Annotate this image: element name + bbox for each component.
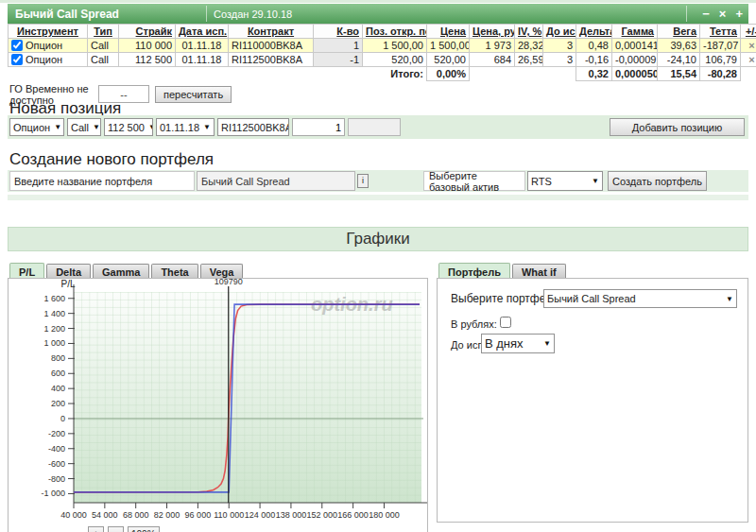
svg-text:-400: -400 [48, 444, 65, 454]
totals-vega: 15,54 [658, 67, 700, 81]
svg-text:68 000: 68 000 [123, 510, 149, 520]
svg-text:400: 400 [51, 384, 65, 393]
col-iv[interactable]: IV, % [515, 25, 543, 39]
base-asset-value: RTS [531, 176, 552, 187]
new-position-qty-input[interactable] [292, 118, 345, 136]
portfolio-name-input[interactable] [197, 171, 355, 191]
svg-text:109790: 109790 [215, 279, 243, 286]
gamma-cell: -0,000091 [612, 53, 658, 67]
type-select[interactable]: Call ▼ [67, 118, 101, 136]
portfolio-select[interactable]: Бычий Call Spread ▼ [543, 289, 737, 308]
minimize-icon[interactable]: − [702, 8, 710, 20]
col-plus-minus: +/- [741, 25, 756, 39]
svg-text:82 000: 82 000 [154, 510, 180, 520]
days-select[interactable]: В днях ▼ [481, 334, 555, 353]
col-price[interactable]: Цена [427, 25, 470, 39]
col-strike[interactable]: Страйк [119, 25, 176, 39]
contract-select[interactable]: RI112500BK8A ▼ [217, 118, 289, 136]
chevron-down-icon: ▼ [93, 123, 100, 131]
price-rub-cell: 1 973 [470, 39, 515, 53]
new-portfolio-strip2 [8, 195, 748, 200]
create-portfolio-button[interactable]: Создать портфель [608, 171, 707, 191]
totals-price-pct: 0,00% [427, 67, 470, 81]
table-row: Опцион Call 112 500 01.11.18 RI112500BK8… [9, 53, 756, 67]
totals-row: Итого: 0,00% 0,32 0,000050 15,54 -80,28 [9, 67, 756, 81]
contract-cell: RI112500BK8A [229, 53, 314, 67]
close-icon[interactable]: × [719, 8, 727, 20]
delta-cell: 0,48 [576, 39, 612, 53]
new-position-row: Опцион ▼ Call ▼ 112 500 ▼ 01.11.18 ▼ RI1… [9, 118, 401, 136]
positions-table: Инструмент Тип Страйк Дата исп. Контракт… [8, 24, 756, 81]
instrument-select[interactable]: Опцион ▼ [9, 118, 64, 136]
row-checkbox[interactable] [11, 40, 23, 51]
svg-text:110 000: 110 000 [214, 510, 244, 520]
col-instrument[interactable]: Инструмент [9, 25, 88, 39]
base-asset-select[interactable]: RTS ▼ [527, 171, 603, 191]
col-price-rub[interactable]: Цена, руб. [470, 25, 515, 39]
svg-text:96 000: 96 000 [185, 510, 212, 520]
gamma-cell: 0,000141 [612, 39, 658, 53]
svg-text:180 000: 180 000 [369, 510, 400, 520]
row-checkbox[interactable] [11, 54, 23, 65]
zoom-in-button[interactable]: + [88, 526, 104, 532]
date-select[interactable]: 01.11.18 ▼ [156, 118, 215, 136]
svg-text:P/L: P/L [60, 279, 75, 289]
iv-cell: 26,59 [515, 53, 543, 67]
exp-date-cell: 01.11.18 [176, 39, 229, 53]
strike-select-value: 112 500 [108, 122, 145, 133]
qty-cell[interactable]: -1 [314, 53, 363, 67]
col-type[interactable]: Тип [88, 25, 119, 39]
header-divider [206, 6, 207, 22]
days-cell: 3 [543, 39, 576, 53]
type-select-value: Call [71, 122, 89, 133]
col-vega[interactable]: Вега [658, 25, 700, 39]
svg-text:166 000: 166 000 [337, 510, 369, 520]
chevron-down-icon: ▼ [203, 123, 211, 131]
new-portfolio-heading: Создание нового портфеля [9, 150, 214, 169]
rub-label: В рублях: [451, 318, 497, 330]
svg-text:-600: -600 [48, 459, 65, 469]
chart-zoom-controls: + − 100% [88, 526, 160, 532]
col-delta[interactable]: Дельта [576, 25, 612, 39]
chevron-down-icon: ▼ [726, 295, 733, 303]
portfolio-panel: Выберите портфель Бычий Call Spread ▼ В … [437, 278, 748, 523]
base-asset-label: Выберите базовый актив [423, 171, 525, 191]
col-qty[interactable]: К-во [314, 25, 363, 39]
select-portfolio-label: Выберите портфель [451, 292, 558, 305]
col-exp-date[interactable]: Дата исп. [176, 25, 229, 39]
col-gamma[interactable]: Гамма [612, 25, 658, 39]
vega-cell: 39,63 [658, 39, 700, 53]
col-contract[interactable]: Контракт [229, 25, 314, 39]
zoom-out-button[interactable]: − [108, 526, 124, 532]
zoom-reset-button[interactable]: 100% [128, 526, 160, 532]
delete-row-icon[interactable]: × [741, 53, 756, 67]
contract-select-value: RI112500BK8A [221, 122, 289, 133]
rub-checkbox[interactable] [500, 317, 511, 328]
col-days[interactable]: До исп. [543, 25, 576, 39]
info-icon[interactable]: i [357, 174, 369, 188]
strike-cell: 112 500 [119, 53, 176, 67]
portfolio-select-value: Бычий Call Spread [547, 293, 636, 304]
svg-text:1 400: 1 400 [43, 309, 65, 318]
theta-cell: 106,79 [700, 53, 741, 67]
svg-text:0: 0 [60, 414, 65, 423]
strike-select[interactable]: 112 500 ▼ [104, 118, 153, 136]
price-cell: 520,00 [427, 53, 470, 67]
contract-cell: RI110000BK8A [229, 39, 314, 53]
svg-text:54 000: 54 000 [92, 510, 118, 520]
qty-cell[interactable]: 1 [314, 39, 363, 53]
delete-row-icon[interactable]: × [741, 39, 756, 53]
col-open-price[interactable]: Поз. откр. по [363, 25, 427, 39]
portfolio-title: Бычий Call Spread [8, 8, 119, 21]
add-icon[interactable]: + [735, 8, 743, 20]
recalculate-button[interactable]: пересчитать [155, 86, 232, 103]
new-position-empty-field [348, 118, 401, 136]
svg-text:600: 600 [51, 369, 65, 378]
pl-chart: 1 6001 4001 2001 0008006004002000-200-40… [9, 279, 427, 532]
add-position-button[interactable]: Добавить позицию [610, 118, 745, 136]
totals-label: Итого: [363, 67, 427, 81]
price-cell: 1 500,00 [427, 39, 470, 53]
svg-text:-1 000: -1 000 [41, 489, 65, 498]
svg-text:1 000: 1 000 [43, 338, 65, 348]
col-theta[interactable]: Тетта [700, 25, 741, 39]
